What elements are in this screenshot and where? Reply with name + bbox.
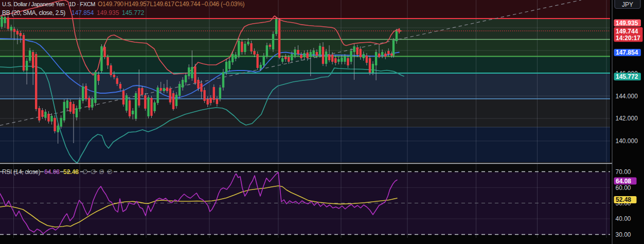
svg-text:147.854: 147.854	[616, 49, 638, 56]
svg-text:64.08: 64.08	[44, 168, 60, 176]
svg-text:144.000: 144.000	[616, 93, 638, 100]
svg-text:30.00: 30.00	[616, 231, 631, 238]
svg-text:145.772: 145.772	[616, 73, 638, 80]
svg-text:149.935: 149.935	[97, 9, 119, 16]
svg-text:145.772: 145.772	[122, 9, 145, 16]
svg-text:∅: ∅	[82, 168, 88, 176]
svg-text:JPY: JPY	[622, 1, 633, 8]
svg-text:52.48: 52.48	[63, 168, 79, 176]
svg-text:40.00: 40.00	[616, 215, 631, 222]
svg-text:∅: ∅	[91, 168, 96, 176]
svg-text:147.854: 147.854	[71, 9, 94, 16]
svg-text:−0.046 (−0.03%): −0.046 (−0.03%)	[201, 1, 245, 8]
svg-text:U.S. Dollar / Japanese Yen · 1: U.S. Dollar / Japanese Yen · 1D · FXCM	[2, 1, 95, 7]
svg-text:∅: ∅	[107, 168, 113, 176]
svg-text:140.000: 140.000	[616, 137, 638, 145]
svg-text:60.00: 60.00	[616, 184, 631, 191]
svg-text:149.744: 149.744	[616, 28, 638, 35]
svg-text:142.000: 142.000	[616, 115, 638, 122]
svg-text:O149.790: O149.790	[98, 1, 124, 8]
svg-text:L149.617: L149.617	[150, 1, 175, 8]
svg-text:149.935: 149.935	[616, 20, 638, 27]
svg-text:C149.744: C149.744	[175, 1, 201, 8]
svg-text:14:20:17: 14:20:17	[616, 34, 640, 42]
svg-text:52.48: 52.48	[616, 196, 631, 203]
svg-text:H149.957: H149.957	[124, 1, 150, 8]
svg-text:64.08: 64.08	[616, 178, 631, 185]
svg-text:70.00: 70.00	[616, 168, 631, 176]
svg-text:BB (20, SMA, close, 2.5): BB (20, SMA, close, 2.5)	[2, 9, 65, 16]
svg-text:∅: ∅	[99, 168, 104, 176]
svg-text:RSI (14, close): RSI (14, close)	[2, 168, 40, 176]
